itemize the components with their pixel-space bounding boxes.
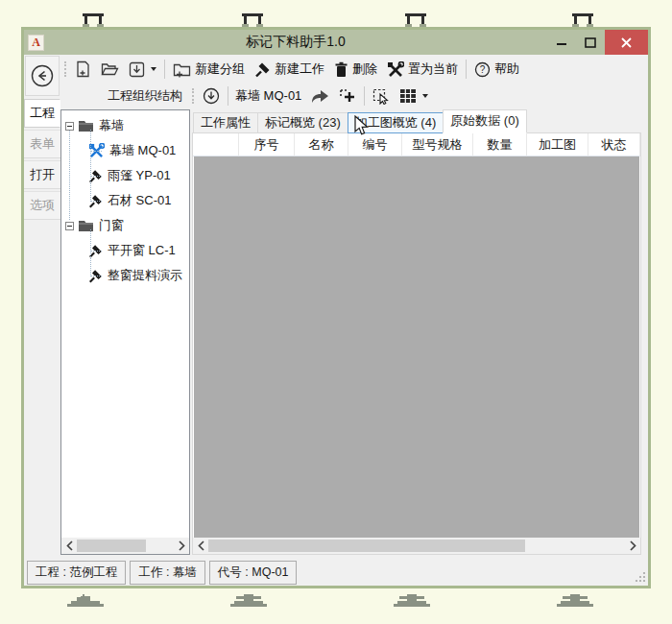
column-header-serial[interactable]: 序号: [239, 133, 295, 156]
set-current-label: 置为当前: [408, 60, 458, 78]
delete-button[interactable]: 删除: [329, 58, 382, 81]
main-toolbar: 新建分组 新建工作 删除 置为当前 ? 帮助: [60, 55, 648, 84]
import-icon: [129, 61, 145, 78]
download-button[interactable]: [198, 84, 225, 108]
goto-work-button[interactable]: [305, 85, 334, 107]
column-header-quantity[interactable]: 数量: [473, 133, 527, 156]
cad-table-symbol: [240, 8, 265, 27]
open-file-button[interactable]: [96, 59, 124, 80]
table-view-button[interactable]: [395, 85, 433, 107]
scroll-right-icon[interactable]: [174, 538, 189, 554]
set-current-button[interactable]: 置为当前: [382, 58, 463, 81]
minimize-button[interactable]: [547, 30, 576, 55]
dropdown-caret-icon: [422, 94, 428, 98]
side-tab-project[interactable]: 工程: [24, 99, 60, 128]
side-tab-open[interactable]: 打开: [24, 160, 60, 189]
help-button[interactable]: ? 帮助: [469, 58, 524, 81]
side-tab-options[interactable]: 选项: [24, 191, 60, 220]
tree-group-row[interactable]: 门窗: [61, 213, 189, 238]
tree-item-label[interactable]: 整窗提料演示: [108, 267, 182, 284]
side-tab-form[interactable]: 表单: [24, 130, 60, 158]
close-button[interactable]: [605, 30, 648, 55]
current-work-label: 幕墙 MQ-01: [231, 87, 305, 105]
tree-group-row[interactable]: 幕墙: [61, 113, 189, 138]
table-horizontal-scrollbar[interactable]: [193, 538, 640, 554]
tree-connector: [90, 176, 102, 177]
cad-table-symbol: [570, 8, 595, 27]
curved-arrow-icon: [310, 88, 329, 104]
cad-profile-symbol: [65, 592, 106, 610]
raw-data-panel: 序号 名称 编号 型号规格 数量 加工图 状态: [192, 132, 641, 555]
empty-table-body: [194, 156, 639, 538]
scrollbar-thumb[interactable]: [208, 540, 525, 552]
new-file-button[interactable]: [70, 58, 96, 81]
new-file-icon: [75, 60, 91, 78]
tree-item-label[interactable]: 幕墙 MQ-01: [109, 142, 176, 159]
column-header-name[interactable]: 名称: [295, 133, 348, 156]
titlebar[interactable]: A 标记下料助手1.0: [24, 30, 648, 55]
tree-panel-header: 工程组织结构: [60, 84, 190, 108]
column-header-empty[interactable]: [193, 133, 239, 156]
tree-item-label[interactable]: 平开窗 LC-1: [108, 242, 176, 259]
status-project: 工程 : 范例工程: [27, 561, 126, 585]
app-icon: A: [28, 35, 44, 51]
tree-item-row[interactable]: 雨篷 YP-01: [61, 163, 189, 188]
maximize-icon: [585, 37, 596, 48]
column-header-number[interactable]: 编号: [348, 133, 402, 156]
tree-item-row[interactable]: 整窗提料演示: [61, 263, 189, 288]
collapse-expander-icon[interactable]: [65, 222, 74, 230]
tree-connector: [90, 151, 102, 152]
trash-icon: [334, 61, 348, 78]
scroll-left-icon[interactable]: [193, 538, 208, 554]
mouse-cursor: [354, 115, 370, 136]
tree-group-label[interactable]: 门窗: [99, 217, 124, 234]
app-window: A 标记下料助手1.0 工程 表单: [21, 27, 651, 588]
insert-special-button[interactable]: [334, 85, 361, 108]
tree-horizontal-scrollbar[interactable]: [61, 538, 189, 554]
new-work-button[interactable]: 新建工作: [250, 58, 329, 81]
toolbar-grip: [64, 61, 66, 77]
column-header-status[interactable]: 状态: [588, 133, 640, 156]
paste-plus-icon: [339, 88, 356, 105]
hammer-icon: [254, 61, 271, 78]
status-work: 工作 : 幕墙: [130, 561, 204, 585]
circle-down-arrow-icon: [203, 87, 220, 105]
resize-grip-icon[interactable]: [635, 571, 646, 583]
project-tree: 幕墙 幕墙 MQ-01 雨篷 YP-01 石材 SC-01: [61, 110, 189, 538]
toolbar-grip: [192, 88, 194, 104]
tree-item-row[interactable]: 石材 SC-01: [61, 188, 189, 213]
scrollbar-thumb[interactable]: [77, 540, 146, 552]
scroll-left-icon[interactable]: [61, 538, 77, 554]
toolbar-separator: [364, 86, 365, 106]
import-button[interactable]: [124, 59, 161, 81]
toolbar-separator: [164, 60, 165, 79]
open-folder-icon: [101, 61, 119, 77]
tree-item-row[interactable]: 幕墙 MQ-01: [61, 138, 189, 163]
scroll-right-icon[interactable]: [625, 538, 640, 554]
cad-profile-symbol: [392, 592, 432, 610]
tab-raw-data[interactable]: 原始数据 (0): [443, 109, 527, 133]
back-button[interactable]: [25, 56, 60, 96]
toolbar-separator: [466, 60, 467, 79]
tree-item-label[interactable]: 石材 SC-01: [108, 192, 171, 209]
tree-item-row[interactable]: 平开窗 LC-1: [61, 238, 189, 263]
new-work-label: 新建工作: [275, 60, 324, 78]
new-group-label: 新建分组: [195, 60, 245, 78]
window-title: 标记下料助手1.0: [44, 34, 547, 51]
tree-connector: [90, 201, 102, 202]
column-header-drawing[interactable]: 加工图: [527, 133, 588, 156]
tree-group-label[interactable]: 幕墙: [99, 117, 124, 134]
tree-item-label[interactable]: 雨篷 YP-01: [108, 167, 171, 184]
column-header-spec[interactable]: 型号规格: [402, 133, 473, 156]
tab-work-properties[interactable]: 工作属性: [193, 112, 258, 133]
table-header: 序号 名称 编号 型号规格 数量 加工图 状态: [193, 133, 640, 156]
help-label: 帮助: [494, 60, 519, 78]
new-group-button[interactable]: 新建分组: [168, 58, 250, 81]
back-icon: [30, 63, 55, 88]
select-mode-button[interactable]: [368, 85, 395, 108]
work-detail-panel: 工作属性 标记概览 (23) 加工图概览 (4) 原始数据 (0) 序号 名称 …: [192, 109, 641, 555]
tab-mark-overview[interactable]: 标记概览 (23): [257, 112, 348, 133]
collapse-expander-icon[interactable]: [65, 122, 74, 131]
grid-icon: [399, 88, 417, 104]
maximize-button[interactable]: [576, 30, 605, 55]
